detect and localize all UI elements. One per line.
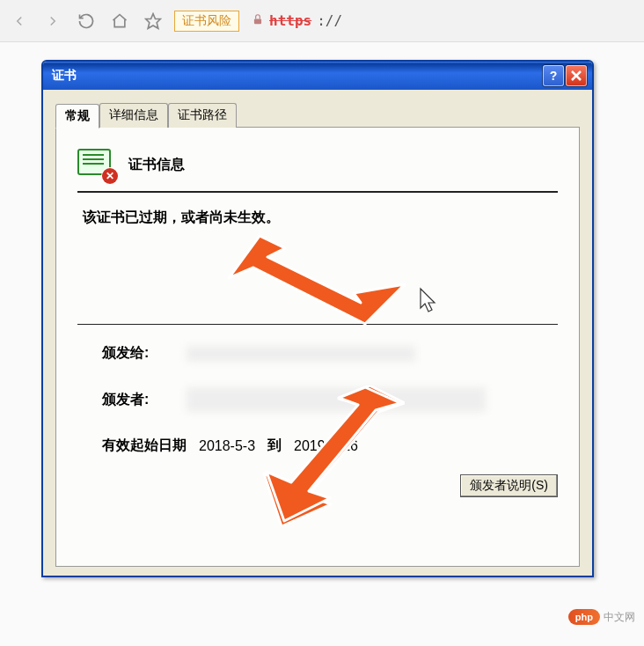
watermark-text: 中文网 <box>604 610 635 625</box>
tab-details[interactable]: 详细信息 <box>99 103 168 128</box>
close-button[interactable] <box>566 65 587 86</box>
tab-strip: 常规 详细信息 证书路径 <box>55 103 580 128</box>
dialog-title: 证书 <box>48 68 541 84</box>
validity-to-word: 到 <box>267 437 282 455</box>
help-button[interactable]: ? <box>543 65 564 86</box>
home-button[interactable] <box>107 9 132 33</box>
back-button[interactable] <box>7 9 32 33</box>
cert-info-heading: 证书信息 <box>128 156 185 174</box>
validity-label: 有效起始日期 <box>102 437 187 455</box>
url-bar[interactable]: https :// <box>252 12 342 29</box>
watermark: php 中文网 <box>568 609 635 625</box>
lock-icon <box>252 13 264 28</box>
issuer-label: 颁发者: <box>102 391 172 409</box>
svg-rect-1 <box>254 18 261 24</box>
issuer-value <box>187 387 486 412</box>
dialog-titlebar[interactable]: 证书 ? <box>43 62 592 90</box>
issued-to-label: 颁发给: <box>102 344 172 363</box>
validity-row: 有效起始日期 2018-5-3 到 2019-5-26 <box>102 437 558 455</box>
tab-cert-path[interactable]: 证书路径 <box>168 103 237 128</box>
certificate-dialog: 证书 ? 常规 详细信息 证书路径 ✕ 证书信息 该证书已过期，或者尚未生效。 … <box>41 60 594 577</box>
validity-from: 2018-5-3 <box>199 438 255 454</box>
issuer-row: 颁发者: <box>102 387 558 412</box>
url-scheme: https <box>269 12 311 29</box>
cert-status-message: 该证书已过期，或者尚未生效。 <box>83 209 558 227</box>
browser-toolbar: 证书风险 https :// <box>0 0 644 42</box>
dialog-body: 常规 详细信息 证书路径 ✕ 证书信息 该证书已过期，或者尚未生效。 颁发给: … <box>43 90 592 576</box>
cert-risk-badge[interactable]: 证书风险 <box>174 11 239 32</box>
refresh-button[interactable] <box>74 9 99 33</box>
issued-to-row: 颁发给: <box>102 344 558 363</box>
issuer-statement-button[interactable]: 颁发者说明(S) <box>460 474 558 497</box>
url-rest: :// <box>317 12 342 29</box>
divider <box>77 324 558 325</box>
certificate-error-icon: ✕ <box>77 149 116 180</box>
forward-button[interactable] <box>40 9 65 33</box>
divider <box>77 191 558 193</box>
favorite-button[interactable] <box>141 9 165 33</box>
tab-general[interactable]: 常规 <box>55 104 99 128</box>
tab-panel-general: ✕ 证书信息 该证书已过期，或者尚未生效。 颁发给: 颁发者: 有效起始日期 2… <box>55 127 580 567</box>
php-badge-icon: php <box>568 609 600 625</box>
validity-to: 2019-5-26 <box>294 438 358 454</box>
svg-marker-0 <box>146 13 161 28</box>
issued-to-value <box>187 346 415 362</box>
